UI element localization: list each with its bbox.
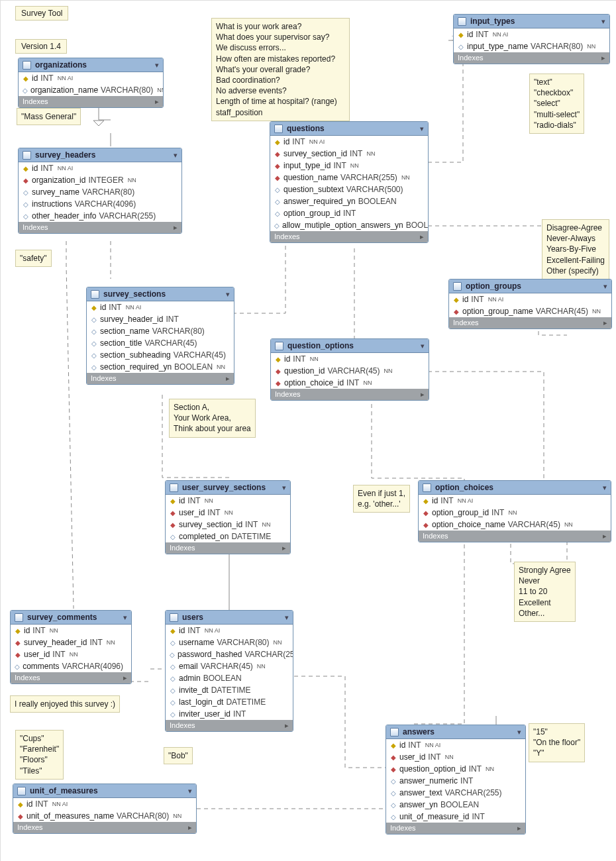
column-row[interactable]: ◆ id INT NN AI (454, 28, 609, 40)
column-row[interactable]: ◆ question_name VARCHAR(255) NN (270, 172, 428, 183)
column-row[interactable]: ◆ survey_section_id INT NN (270, 148, 428, 160)
chevron-down-icon[interactable]: ▾ (285, 613, 289, 622)
entity-header[interactable]: input_types ▾ (454, 15, 609, 28)
entity-option-groups[interactable]: option_groups ▾ ◆ id INT NN AI ◆ option_… (448, 279, 612, 329)
indexes-row[interactable]: Indexes ▸ (419, 531, 611, 542)
indexes-row[interactable]: Indexes ▸ (87, 373, 234, 384)
column-row[interactable]: ◇ section_subheading VARCHAR(45) (87, 349, 234, 361)
column-row[interactable]: ◆ id INT NN AI (166, 625, 293, 636)
column-row[interactable]: ◇ allow_mutiple_option_answers_yn BOOLEA… (270, 219, 428, 231)
column-row[interactable]: ◇ survey_header_id INT (87, 313, 234, 325)
column-row[interactable]: ◇ option_group_id INT (270, 207, 428, 219)
column-row[interactable]: ◆ user_id INT NN (386, 751, 525, 763)
indexes-row[interactable]: Indexes ▸ (19, 222, 181, 233)
column-row[interactable]: ◇ other_header_info VARCHAR(255) (19, 210, 181, 222)
indexes-row[interactable]: Indexes ▸ (270, 231, 428, 242)
column-row[interactable]: ◇ input_type_name VARCHAR(80) NN (454, 40, 609, 52)
entity-users[interactable]: users ▾ ◆ id INT NN AI ◇ username VARCHA… (165, 610, 293, 732)
column-row[interactable]: ◆ user_id INT NN (166, 507, 290, 519)
indexes-row[interactable]: Indexes ▸ (11, 672, 131, 684)
entity-user-survey-sections[interactable]: user_survey_sections ▾ ◆ id INT NN ◆ use… (165, 480, 291, 554)
column-row[interactable]: ◇ survey_name VARCHAR(80) (19, 186, 181, 198)
chevron-down-icon[interactable]: ▾ (226, 290, 230, 299)
chevron-down-icon[interactable]: ▾ (517, 728, 521, 736)
column-row[interactable]: ◇ question_subtext VARCHAR(500) (270, 183, 428, 195)
indexes-row[interactable]: Indexes ▸ (449, 317, 611, 329)
column-row[interactable]: ◇ admin BOOLEAN (166, 672, 293, 684)
column-row[interactable]: ◆ id INT NN AI (87, 301, 234, 313)
column-row[interactable]: ◆ id INT NN AI (270, 136, 428, 148)
entity-input-types[interactable]: input_types ▾ ◆ id INT NN AI ◇ input_typ… (453, 14, 610, 64)
column-row[interactable]: ◆ organization_id INTEGER NN (19, 174, 181, 186)
column-row[interactable]: ◇ answer_yn BOOLEAN (386, 799, 525, 811)
entity-header[interactable]: unit_of_measures ▾ (13, 784, 196, 798)
chevron-down-icon[interactable]: ▾ (421, 342, 425, 350)
column-row[interactable]: ◇ instructions VARCHAR(4096) (19, 198, 181, 210)
chevron-down-icon[interactable]: ▾ (123, 613, 127, 622)
column-row[interactable]: ◆ id INT NN AI (19, 162, 181, 174)
column-row[interactable]: ◇ comments VARCHAR(4096) (11, 660, 131, 672)
indexes-row[interactable]: Indexes ▸ (166, 720, 293, 731)
indexes-row[interactable]: Indexes ▸ (19, 96, 163, 107)
column-row[interactable]: ◇ email VARCHAR(45) NN (166, 660, 293, 672)
entity-header[interactable]: survey_comments ▾ (11, 611, 131, 625)
column-row[interactable]: ◇ organization_name VARCHAR(80) NN (19, 84, 163, 96)
entity-survey-headers[interactable]: survey_headers ▾ ◆ id INT NN AI ◆ organi… (18, 148, 182, 234)
chevron-down-icon[interactable]: ▾ (603, 282, 607, 291)
chevron-down-icon[interactable]: ▾ (174, 151, 178, 160)
column-row[interactable]: ◆ input_type_id INT NN (270, 160, 428, 172)
entity-unit-of-measures[interactable]: unit_of_measures ▾ ◆ id INT NN AI ◆ unit… (13, 784, 197, 834)
entity-question-options[interactable]: question_options ▾ ◆ id INT NN ◆ questio… (270, 338, 429, 401)
indexes-row[interactable]: Indexes ▸ (271, 389, 429, 400)
entity-header[interactable]: option_choices ▾ (419, 481, 611, 495)
column-row[interactable]: ◇ invite_dt DATETIME (166, 684, 293, 696)
column-row[interactable]: ◆ question_id VARCHAR(45) NN (271, 365, 429, 377)
column-row[interactable]: ◆ id INT NN (271, 353, 429, 365)
column-row[interactable]: ◆ id INT NN (166, 495, 290, 507)
entity-header[interactable]: question_options ▾ (271, 339, 429, 353)
indexes-row[interactable]: Indexes ▸ (166, 542, 290, 554)
chevron-down-icon[interactable]: ▾ (603, 483, 607, 492)
entity-questions[interactable]: questions ▾ ◆ id INT NN AI ◆ survey_sect… (270, 121, 429, 243)
column-row[interactable]: ◇ completed_on DATETIME (166, 531, 290, 542)
column-row[interactable]: ◆ survey_section_id INT NN (166, 519, 290, 531)
column-row[interactable]: ◆ id INT NN AI (19, 72, 163, 84)
column-row[interactable]: ◇ section_name VARCHAR(80) (87, 325, 234, 337)
column-row[interactable]: ◆ survey_header_id INT NN (11, 636, 131, 648)
chevron-down-icon[interactable]: ▾ (601, 17, 605, 26)
column-row[interactable]: ◇ last_login_dt DATETIME (166, 696, 293, 708)
chevron-down-icon[interactable]: ▾ (282, 483, 286, 492)
column-row[interactable]: ◇ username VARCHAR(80) NN (166, 636, 293, 648)
entity-header[interactable]: survey_sections ▾ (87, 287, 234, 301)
entity-header[interactable]: survey_headers ▾ (19, 148, 181, 162)
column-row[interactable]: ◆ id INT NN AI (419, 495, 611, 507)
column-row[interactable]: ◆ option_group_id INT NN (419, 507, 611, 519)
entity-header[interactable]: users ▾ (166, 611, 293, 625)
entity-survey-comments[interactable]: survey_comments ▾ ◆ id INT NN ◆ survey_h… (10, 610, 132, 684)
entity-survey-sections[interactable]: survey_sections ▾ ◆ id INT NN AI ◇ surve… (86, 287, 234, 385)
column-row[interactable]: ◆ id INT NN AI (386, 739, 525, 751)
column-row[interactable]: ◇ inviter_user_id INT (166, 708, 293, 720)
entity-header[interactable]: option_groups ▾ (449, 279, 611, 293)
chevron-down-icon[interactable]: ▾ (188, 787, 192, 795)
column-row[interactable]: ◇ answer_text VARCHAR(255) (386, 787, 525, 799)
column-row[interactable]: ◆ option_group_name VARCHAR(45) NN (449, 305, 611, 317)
indexes-row[interactable]: Indexes ▸ (13, 822, 196, 833)
entity-header[interactable]: answers ▾ (386, 725, 525, 739)
column-row[interactable]: ◇ unit_of_measure_id INT (386, 811, 525, 823)
column-row[interactable]: ◆ question_option_id INT NN (386, 763, 525, 775)
column-row[interactable]: ◆ id INT NN AI (449, 293, 611, 305)
column-row[interactable]: ◆ id INT NN (11, 625, 131, 636)
entity-option-choices[interactable]: option_choices ▾ ◆ id INT NN AI ◆ option… (418, 480, 611, 542)
column-row[interactable]: ◆ unit_of_measures_name VARCHAR(80) NN (13, 810, 196, 822)
indexes-row[interactable]: Indexes ▸ (454, 52, 609, 64)
column-row[interactable]: ◇ answer_required_yn BOOLEAN (270, 195, 428, 207)
column-row[interactable]: ◇ password_hashed VARCHAR(255) (166, 648, 293, 660)
column-row[interactable]: ◆ option_choice_name VARCHAR(45) NN (419, 519, 611, 531)
column-row[interactable]: ◇ section_required_yn BOOLEAN NN (87, 361, 234, 373)
entity-header[interactable]: questions ▾ (270, 122, 428, 136)
entity-header[interactable]: organizations ▾ (19, 58, 163, 72)
column-row[interactable]: ◇ section_title VARCHAR(45) (87, 337, 234, 349)
indexes-row[interactable]: Indexes ▸ (386, 823, 525, 834)
chevron-down-icon[interactable]: ▾ (420, 125, 424, 133)
